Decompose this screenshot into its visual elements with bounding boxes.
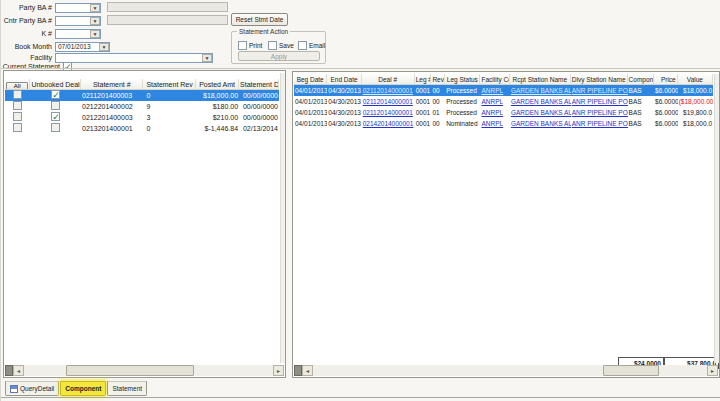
table-row[interactable]: 0212201400002 9 $180.00 00/00/0000: [5, 101, 279, 112]
deal-no-link[interactable]: 02112014000001: [363, 87, 413, 94]
rcpt-station-link[interactable]: GARDEN BANKS AUGER: [511, 98, 571, 105]
column-header-deal-no[interactable]: Deal #: [362, 74, 415, 85]
price-cell: $6.0000: [654, 96, 678, 107]
scrollbar-thumb[interactable]: [66, 365, 194, 376]
leg-status-cell: Processed: [445, 107, 480, 118]
k-number-combo[interactable]: ▼: [55, 29, 101, 39]
table-row[interactable]: 04/01/2013 04/30/2013 02112014000001 000…: [294, 96, 713, 107]
column-header-price[interactable]: Price: [654, 74, 678, 85]
column-header-value[interactable]: Value: [678, 74, 713, 85]
rcpt-station-link[interactable]: GARDEN BANKS AUGER: [511, 120, 571, 127]
column-header-statement-date[interactable]: Statement Dat: [239, 79, 279, 90]
scroll-left-icon[interactable]: ◄: [13, 365, 24, 376]
row-select-checkbox[interactable]: [13, 123, 22, 132]
statement-window: Party BA # ▼ Cntr Party BA # ▼ K # ▼ Boo…: [0, 0, 720, 401]
unbooked-checkbox[interactable]: [51, 101, 60, 110]
reset-stmt-date-button[interactable]: Reset Stmt Date: [231, 13, 288, 26]
unbooked-checkbox[interactable]: [51, 123, 60, 132]
facility-cd-link[interactable]: ANRPL: [481, 109, 503, 116]
chevron-down-icon[interactable]: ▼: [202, 54, 212, 62]
vertical-scrollbar[interactable]: [714, 74, 719, 363]
leg-no-cell: 0001: [415, 107, 432, 118]
chevron-down-icon[interactable]: ▼: [90, 4, 100, 12]
tab-query-detail[interactable]: QueryDetail: [5, 381, 59, 396]
column-header-rev[interactable]: Rev: [431, 74, 445, 85]
statement-rev-cell: 3: [143, 112, 196, 123]
rev-cell: 01: [431, 107, 445, 118]
row-select-checkbox[interactable]: [13, 90, 22, 99]
scrollbar-thumb[interactable]: [603, 365, 659, 376]
column-header-statement-no[interactable]: Statement #: [81, 79, 143, 90]
table-row[interactable]: 04/01/2013 04/30/2013 02112014000001 000…: [294, 107, 713, 118]
column-header-statement-rev[interactable]: Statement Rev #: [143, 79, 196, 90]
scrollbar-track[interactable]: [313, 365, 707, 376]
row-select-checkbox[interactable]: [13, 101, 22, 110]
unbooked-checkbox[interactable]: [51, 112, 60, 121]
email-checkbox[interactable]: [298, 41, 307, 50]
dlvy-station-link[interactable]: ANR PIPELINE POOL 1: [572, 120, 628, 127]
end-date-cell: 04/30/2013: [327, 118, 361, 129]
table-row[interactable]: 04/01/2013 04/30/2013 02112014000001 000…: [294, 85, 713, 96]
chevron-down-icon[interactable]: ▼: [90, 17, 100, 25]
column-header-leg-status[interactable]: Leg Status: [445, 74, 480, 85]
table-row[interactable]: 04/01/2013 04/30/2013 02142014000001 000…: [294, 118, 713, 129]
dlvy-station-link[interactable]: ANR PIPELINE POOL 1: [572, 109, 628, 116]
email-label: Email: [309, 42, 325, 49]
price-cell: $6.0000: [654, 118, 678, 129]
form-separator: [1, 68, 720, 69]
print-checkbox[interactable]: [238, 41, 247, 50]
rcpt-station-link[interactable]: GARDEN BANKS AUGER: [511, 87, 571, 94]
dlvy-station-link[interactable]: ANR PIPELINE POOL 1: [572, 98, 628, 105]
apply-button[interactable]: Apply: [238, 51, 320, 61]
save-checkbox[interactable]: [268, 41, 277, 50]
party-ba-combo[interactable]: ▼: [55, 3, 101, 13]
column-header-unbooked-deals[interactable]: Unbooked Deals: [30, 79, 81, 90]
deal-no-link[interactable]: 02112014000001: [363, 109, 413, 116]
column-header-end-date[interactable]: End Date: [327, 74, 361, 85]
dlvy-station-link[interactable]: ANR PIPELINE POOL 1: [572, 87, 628, 94]
column-header-rcpt-station[interactable]: Rcpt Station Name: [510, 74, 571, 85]
statement-rev-cell: 0: [143, 123, 196, 134]
facility-label: Facility: [1, 54, 55, 61]
deal-no-link[interactable]: 02112014000001: [363, 98, 413, 105]
component-cell: BAS: [628, 107, 655, 118]
row-select-checkbox[interactable]: [13, 112, 22, 121]
select-all-button[interactable]: All: [6, 82, 28, 90]
chevron-down-icon[interactable]: ▼: [99, 43, 109, 51]
column-header-dlvy-station[interactable]: Dlvy Station Name: [571, 74, 628, 85]
column-header-leg-no[interactable]: Leg #: [415, 74, 432, 85]
column-header-beg-date[interactable]: Beg Date: [294, 74, 327, 85]
beg-date-cell: 04/01/2013: [294, 85, 327, 96]
statement-date-cell: 00/00/0000: [239, 90, 279, 101]
facility-cd-link[interactable]: ANRPL: [481, 87, 503, 94]
facility-combo[interactable]: ▼: [55, 53, 213, 63]
statement-no-cell: 0213201400001: [81, 123, 143, 134]
leg-no-cell: 0001: [415, 96, 432, 107]
bottom-divider: [1, 397, 720, 398]
statement-action-group: Statement Action Print Save Email Apply: [231, 31, 326, 64]
tab-statement[interactable]: Statement: [107, 381, 147, 396]
table-row[interactable]: 0212201400003 3 $210.00 00/00/0000: [5, 112, 279, 123]
scrollbar-track[interactable]: [24, 365, 273, 376]
facility-cd-link[interactable]: ANRPL: [481, 98, 503, 105]
scroll-right-icon[interactable]: ►: [707, 365, 718, 376]
chevron-down-icon[interactable]: ▼: [90, 30, 100, 38]
book-month-combo[interactable]: 07/01/2013▼: [55, 42, 110, 52]
facility-cd-link[interactable]: ANRPL: [481, 120, 503, 127]
table-row[interactable]: 0213201400001 0 $-1,446.84 02/13/2014: [5, 123, 279, 134]
cntr-party-ba-combo[interactable]: ▼: [55, 16, 101, 26]
scroll-left-icon[interactable]: ◄: [302, 365, 313, 376]
column-header-facility-cd[interactable]: Facility Cd: [480, 74, 509, 85]
deal-no-link[interactable]: 02142014000001: [363, 120, 414, 127]
column-header-component[interactable]: Component: [628, 74, 655, 85]
tab-component[interactable]: Component: [60, 381, 106, 396]
vertical-scrollbar[interactable]: [280, 73, 285, 363]
column-header-posted-amt[interactable]: Posted Amt: [196, 79, 239, 90]
scroll-right-icon[interactable]: ►: [273, 365, 284, 376]
rcpt-station-link[interactable]: GARDEN BANKS AUGER: [511, 109, 571, 116]
unbooked-checkbox[interactable]: [51, 90, 60, 99]
table-row[interactable]: 0211201400003 0 $18,000.00 00/00/0000: [5, 90, 279, 101]
splitter-box[interactable]: [5, 365, 13, 376]
splitter-box[interactable]: [294, 365, 302, 376]
component-cell: BAS: [628, 85, 655, 96]
